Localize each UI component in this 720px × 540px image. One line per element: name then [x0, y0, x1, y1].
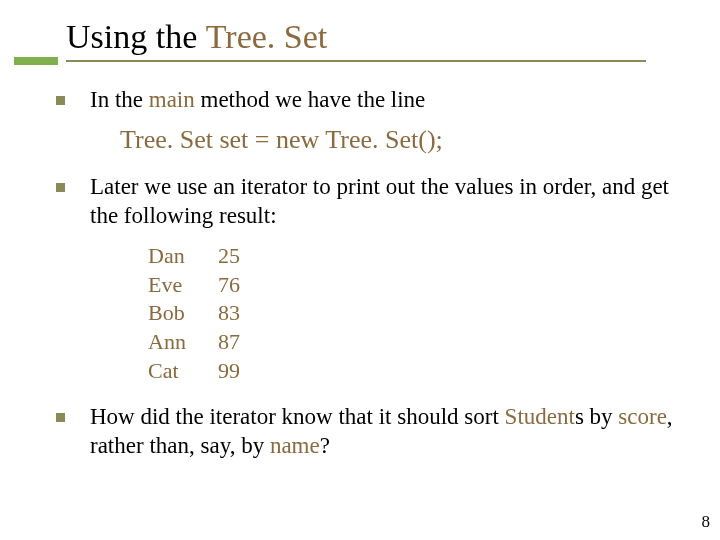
b3-t4: ? [320, 433, 330, 458]
square-bullet-icon [56, 96, 65, 105]
output-block: Dan25 Eve76 Bob83 Ann87 Cat99 [148, 242, 680, 385]
output-name: Eve [148, 271, 218, 300]
body: In the main method we have the line Tree… [52, 86, 680, 471]
output-row: Eve76 [148, 271, 680, 300]
slide-title: Using the Tree. Set [66, 18, 666, 60]
title-wrap: Using the Tree. Set [66, 18, 666, 60]
output-name: Cat [148, 357, 218, 386]
output-score: 83 [218, 300, 240, 325]
output-row: Cat99 [148, 357, 680, 386]
bullet-item-2: Later we use an iterator to print out th… [52, 173, 680, 231]
output-score: 76 [218, 272, 240, 297]
slide: Using the Tree. Set In the main method w… [0, 0, 720, 540]
title-accent-icon [14, 57, 58, 65]
output-name: Bob [148, 299, 218, 328]
page-number: 8 [702, 512, 711, 532]
b1-post: method we have the line [195, 87, 426, 112]
title-underline [66, 60, 646, 62]
code-line: Tree. Set set = new Tree. Set(); [120, 125, 680, 155]
square-bullet-icon [56, 413, 65, 422]
b3-t1: How did the iterator know that it should… [90, 404, 505, 429]
output-score: 99 [218, 358, 240, 383]
output-row: Ann87 [148, 328, 680, 357]
b3-c3: name [270, 433, 320, 458]
b1-code: main [149, 87, 195, 112]
b3-c1: Student [505, 404, 575, 429]
output-row: Bob83 [148, 299, 680, 328]
bullet-item-1: In the main method we have the line [52, 86, 680, 115]
b3-c2: score [618, 404, 667, 429]
output-score: 25 [218, 243, 240, 268]
b3-t2: s by [575, 404, 618, 429]
output-name: Dan [148, 242, 218, 271]
title-prefix: Using the [66, 18, 206, 55]
output-row: Dan25 [148, 242, 680, 271]
output-score: 87 [218, 329, 240, 354]
b1-pre: In the [90, 87, 149, 112]
square-bullet-icon [56, 183, 65, 192]
output-name: Ann [148, 328, 218, 357]
title-code: Tree. Set [206, 18, 328, 55]
b2-text: Later we use an iterator to print out th… [90, 174, 669, 228]
bullet-item-3: How did the iterator know that it should… [52, 403, 680, 461]
